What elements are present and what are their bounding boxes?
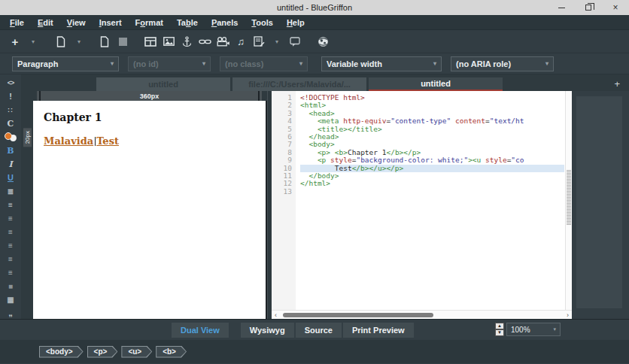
scroll-right-arrow-icon[interactable]: › [567,311,569,319]
class-style-icon[interactable]: C [0,117,21,129]
menu-insert[interactable]: Insert [93,18,129,27]
code-view-icon[interactable]: <> [0,77,21,89]
add-element-icon[interactable]: + [6,33,24,50]
paragraph-format-select[interactable]: Paragraph ▾ [12,56,119,71]
insert-link-icon[interactable] [196,33,214,50]
document-heading[interactable]: Chapter 1 [44,111,255,123]
underline-icon[interactable]: U [0,171,21,184]
tab-1-inactive[interactable]: untitled [96,77,230,91]
breadcrumb-item-body[interactable]: <body> [39,346,84,358]
status-bar: <body><p><u><b> [0,340,629,363]
code-line-10[interactable]: Test</b></u></p> [300,165,564,172]
code-line-5[interactable]: <title></title> [300,126,564,133]
breadcrumb-item-p[interactable]: <p> [87,346,118,358]
aria-role-select[interactable]: (no ARIA role) ▾ [451,56,554,71]
insert-image-icon[interactable] [160,33,178,50]
insert-video-icon[interactable] [214,33,232,50]
horizontal-scrollbar[interactable]: ‹ › [272,310,572,319]
zoom-spinner: ▲ ▼ [495,323,504,336]
tab-2-inactive[interactable]: file:///C:/Users/Malavida/... [232,77,366,91]
outdent-icon[interactable]: ≡ [0,212,21,224]
block-element-icon[interactable]: ■ [0,280,21,292]
menu-tools[interactable]: Tools [245,18,280,27]
view-button-print-preview[interactable]: Print Preview [343,323,414,338]
insert-audio-icon[interactable]: ♫ [232,33,250,50]
vertical-ruler: 20px [21,101,33,319]
wysiwyg-canvas[interactable]: Chapter 1 MalavidaTest [33,101,267,319]
numbered-list-icon[interactable]: ≡ [0,199,21,211]
view-button-wysiwyg[interactable]: Wysiwyg [241,323,294,338]
chevron-down-icon: ▾ [111,60,114,67]
new-document-icon[interactable] [52,33,70,50]
document-tabbar: untitledfile:///C:/Users/Malavida/...unt… [21,74,629,91]
zoom-level-value: 100% [511,326,530,334]
title-bar: untitled - BlueGriffon × [0,0,629,15]
width-select[interactable]: Variable width ▾ [321,56,442,71]
id-select[interactable]: (no id) ▾ [128,56,211,71]
menu-panels[interactable]: Panels [205,18,245,27]
tab-3-active[interactable]: untitled [369,77,503,91]
insert-table-icon[interactable] [141,33,160,50]
view-button-dual-view[interactable]: Dual View [172,323,229,338]
ruler-margin-label: 20px [23,128,32,147]
breadcrumb-item-b[interactable]: <b> [156,346,187,358]
menu-help[interactable]: Help [280,18,311,27]
restore-button[interactable] [575,0,602,15]
code-line-6[interactable]: </head> [300,133,564,141]
menu-view[interactable]: View [60,18,93,27]
minimize-button[interactable] [548,0,575,15]
code-line-11[interactable]: </body> [300,172,564,180]
vertical-scrollbar[interactable] [565,91,572,310]
image-block-icon[interactable]: ▦ [0,293,21,305]
code-line-13[interactable] [300,188,564,196]
open-document-icon[interactable] [96,33,114,50]
insert-comment-icon[interactable] [286,33,304,50]
chevron-down-icon: ▾ [545,60,548,67]
source-code-editor[interactable]: <!DOCTYPE html><html> <head> <meta http-… [296,91,572,310]
code-line-12[interactable]: </html> [300,180,564,187]
wysiwyg-panel: 360px 20px Chapter 1 MalavidaTest [21,91,267,319]
menu-table[interactable]: Table [170,18,205,27]
insert-anchor-icon[interactable] [178,33,196,50]
align-left-icon[interactable]: ≡ [0,239,21,251]
insert-form-icon[interactable] [250,33,268,50]
id-value: (no id) [133,59,159,68]
indent-icon[interactable]: ≡ [0,226,21,238]
zoom-decrease-button[interactable]: ▼ [495,329,504,336]
color-swatch-icon[interactable] [0,131,21,143]
close-button[interactable]: × [602,0,629,15]
zoom-level-select[interactable]: 100% ▾ [506,323,561,336]
menu-file[interactable]: File [3,18,31,27]
class-select[interactable]: (no class) ▾ [220,56,308,71]
align-center-icon[interactable]: ≡ [0,253,21,265]
browse-icon[interactable] [314,33,332,50]
view-button-source[interactable]: Source [296,323,342,338]
emphasis-icon[interactable]: ! [0,90,21,102]
zoom-increase-button[interactable]: ▲ [495,323,504,329]
quote-block-icon[interactable]: „ [0,307,21,319]
vertical-scroll-thumb[interactable] [567,170,571,225]
menu-format[interactable]: Format [129,18,170,27]
save-icon[interactable] [114,33,132,50]
window-controls: × [548,0,629,15]
bold-icon[interactable]: B [0,144,21,156]
new-document-dropdown-icon[interactable]: ▾ [70,33,88,50]
quotes-icon[interactable]: :: [0,104,21,116]
new-tab-button[interactable]: + [614,79,620,89]
italic-icon[interactable]: I [0,158,21,170]
code-line-1[interactable]: <!DOCTYPE html> [300,94,564,102]
document-underlined-text[interactable]: MalavidaTest [44,135,255,147]
scroll-left-arrow-icon[interactable]: ‹ [275,311,277,319]
horizontal-scroll-thumb[interactable] [283,313,433,317]
breadcrumb-item-u[interactable]: <u> [121,346,152,358]
bullet-list-icon[interactable]: ≣ [0,185,21,197]
align-right-icon[interactable]: ≡ [0,266,21,278]
horizontal-ruler[interactable]: 360px [37,91,262,101]
window-title: untitled - BlueGriffon [0,3,629,12]
chevron-down-icon: ▾ [202,60,205,67]
insert-form-dropdown-icon[interactable]: ▾ [268,33,286,50]
menu-edit[interactable]: Edit [31,18,60,27]
add-element-dropdown-icon[interactable]: ▾ [24,33,42,50]
code-line-2[interactable]: <html> [300,102,564,109]
chevron-down-icon: ▾ [433,60,436,67]
